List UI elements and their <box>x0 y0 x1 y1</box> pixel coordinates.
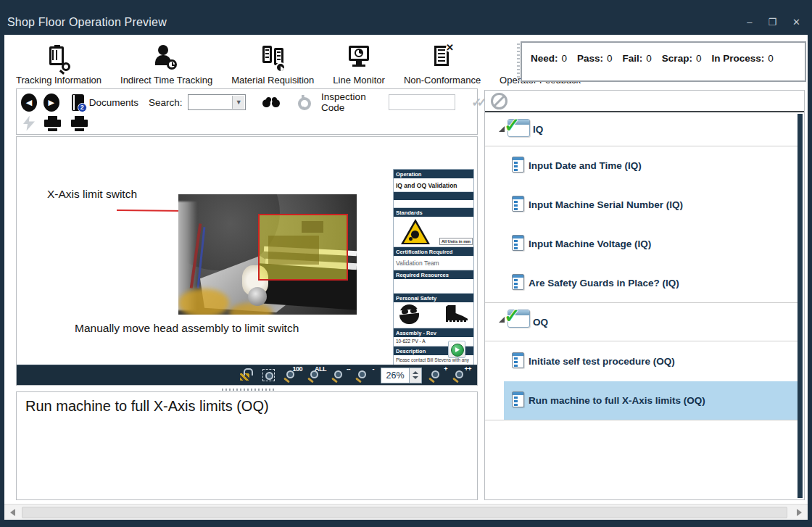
tree-item-self-test[interactable]: Initiate self test procedure (OQ) <box>485 342 799 381</box>
validate-checkmarks-icon[interactable]: ✓✓ <box>471 95 482 110</box>
tree-item-serial-number[interactable]: Input Machine Serial Number (IQ) <box>485 186 799 225</box>
pan-lock-icon[interactable] <box>237 368 253 383</box>
tree-header-bar <box>485 91 804 112</box>
search-dropdown[interactable]: ▼ <box>188 94 246 110</box>
form-icon <box>512 391 524 407</box>
print-preview-icon[interactable] <box>71 116 88 131</box>
indirect-time-tracking-button[interactable]: Indirect Time Tracking <box>120 43 212 87</box>
tracking-information-button[interactable]: Tracking Information <box>16 43 102 87</box>
tracking-information-icon <box>43 43 75 72</box>
safety-box <box>394 302 473 328</box>
operations-tree-panel: ✓ IQ Input Date and Time (IQ) Input Mach… <box>484 90 805 500</box>
tree-group-iq[interactable]: ✓ IQ <box>485 113 799 146</box>
minimize-button[interactable]: – <box>747 17 752 28</box>
scrap-value: 0 <box>696 53 702 64</box>
inspection-code-input[interactable] <box>389 94 455 110</box>
documents-count-badge: 2 <box>78 103 87 112</box>
prohibited-icon[interactable] <box>491 93 508 109</box>
form-icon <box>512 274 524 290</box>
material-requisition-button[interactable]: Material Requisition <box>231 43 314 87</box>
indirect-time-tracking-icon <box>151 43 183 72</box>
scroll-left-arrow-icon[interactable] <box>10 509 15 516</box>
line-monitor-icon <box>343 43 375 72</box>
tree-item-input-date-time[interactable]: Input Date and Time (IQ) <box>485 146 799 186</box>
document-toolbar: ◀ ▶ 2 Documents Search: ▼ Inspection Cod… <box>16 88 478 135</box>
operation-header: Operation <box>394 170 473 178</box>
zoom-level-spinner[interactable]: 26% <box>381 368 422 383</box>
operation-preview-pane: X-Axis limit switch Manually move head a… <box>16 136 478 386</box>
tree-item-safety-guards[interactable]: Are Safety Guards in Place? (IQ) <box>485 264 799 303</box>
pass-label: Pass: <box>577 53 603 64</box>
resources-value <box>394 279 473 294</box>
zoom-in-icon[interactable]: + <box>430 368 446 383</box>
search-label: Search: <box>149 97 183 108</box>
resources-header: Required Resources <box>394 270 473 279</box>
lightning-icon <box>23 116 35 131</box>
zoom-spinner-arrows[interactable] <box>410 368 422 383</box>
safety-boot-icon <box>446 305 468 324</box>
fail-label: Fail: <box>623 53 643 64</box>
pinch-hazard-warning-icon <box>401 219 430 244</box>
title-bar: Shop Floor Operation Preview – ❐ ✕ <box>0 0 812 35</box>
checked-window-icon: ✓ <box>508 119 530 137</box>
in-process-value: 0 <box>768 53 774 64</box>
operation-text-panel: Run machine to full X-Axis limits (OQ) <box>16 391 478 500</box>
in-process-label: In Process: <box>711 53 764 64</box>
scrap-label: Scrap: <box>662 53 692 64</box>
line-monitor-button[interactable]: Line Monitor <box>333 43 385 87</box>
chevron-down-icon[interactable]: ▼ <box>232 96 244 109</box>
gear-icon[interactable] <box>296 95 308 109</box>
forward-button[interactable]: ▶ <box>44 94 59 112</box>
main-toolbar: Tracking Information Indirect Time Track… <box>12 36 585 87</box>
zoom-region-icon[interactable] <box>261 368 277 383</box>
app-window: Shop Floor Operation Preview – ❐ ✕ Track… <box>0 0 812 527</box>
zoom-out-fast-icon[interactable]: -- <box>333 368 349 383</box>
print-icon[interactable] <box>44 116 62 131</box>
horizontal-scrollbar[interactable] <box>4 504 808 520</box>
maximize-button[interactable]: ❐ <box>768 17 776 28</box>
form-icon <box>512 352 524 368</box>
back-button[interactable]: ◀ <box>21 94 37 112</box>
client-area: Tracking Information Indirect Time Track… <box>4 35 808 520</box>
scroll-right-arrow-icon[interactable] <box>797 509 802 516</box>
zoom-out-icon[interactable]: - <box>357 368 373 383</box>
zoom-100-icon[interactable]: 100 <box>285 368 301 383</box>
non-conformance-icon: ✕ <box>426 43 458 72</box>
callout-label: X-Axis limit switch <box>47 188 137 201</box>
certification-value: Validation Team <box>394 256 473 270</box>
status-counters: Need:0 Pass:0 Fail:0 Scrap:0 In Process:… <box>521 41 806 82</box>
form-icon <box>512 235 524 251</box>
zoom-all-icon[interactable]: ALL <box>309 368 325 383</box>
certification-header: Certification Required <box>394 247 473 256</box>
empty-header-bar <box>394 192 473 200</box>
horizontal-splitter-grip[interactable] <box>222 389 274 391</box>
standards-header: Standards <box>394 208 473 217</box>
operation-value: IQ and OQ Validation <box>394 178 473 192</box>
tree-group-oq[interactable]: ✓ OQ <box>485 304 799 341</box>
zoom-in-fast-icon[interactable]: ++ <box>454 368 470 383</box>
close-button[interactable]: ✕ <box>792 17 800 28</box>
limit-switch-highlight <box>258 214 348 281</box>
non-conformance-button[interactable]: ✕ Non-Conformance <box>404 43 481 87</box>
toolbar-splitter-grip[interactable] <box>517 43 520 81</box>
tree-scrollbar[interactable] <box>798 114 803 498</box>
checked-window-icon: ✓ <box>508 310 530 328</box>
tree-item-xaxis-limits[interactable]: Run machine to full X-Axis limits (OQ) <box>485 381 799 420</box>
form-icon <box>512 196 524 212</box>
scrollbar-thumb[interactable] <box>22 507 787 518</box>
window-title: Shop Floor Operation Preview <box>7 16 167 29</box>
fail-value: 0 <box>646 53 652 64</box>
zoom-level-value[interactable]: 26% <box>381 368 410 383</box>
tree-item-voltage[interactable]: Input Machine Voltage (IQ) <box>485 225 799 264</box>
need-label: Need: <box>531 53 558 64</box>
documents-button[interactable]: 2 Documents <box>72 94 138 111</box>
refresh-preview-button[interactable] <box>448 341 465 358</box>
form-icon <box>512 157 524 173</box>
standards-box: All Units in mm <box>394 217 473 247</box>
assembly-header: Assembly - Rev <box>394 328 473 337</box>
find-binoculars-icon[interactable] <box>262 97 279 107</box>
caption-label: Manually move head assembly to limit swi… <box>75 322 299 335</box>
safety-header: Personal Safety <box>394 294 473 302</box>
safety-goggles-icon <box>399 304 419 324</box>
units-note: All Units in mm <box>439 238 473 245</box>
